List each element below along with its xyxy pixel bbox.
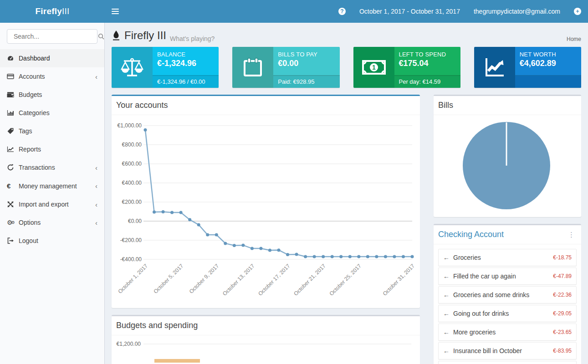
x-axis-tick: October 1, 2017 [117,263,149,295]
transaction-description[interactable]: Going out for drinks [453,310,509,317]
transaction-row[interactable]: ←Insurance bill in October€-83.95 [438,342,577,359]
transaction-description[interactable]: Groceries and some drinks [453,291,529,298]
sidebar-item-transactions[interactable]: Transactions ‹ [0,158,104,177]
transaction-description[interactable]: Filled the car up again [453,273,516,280]
chevron-left-icon: ‹ [95,164,97,171]
y-axis-tick: €1,000.00 [118,122,142,129]
chart-point[interactable] [393,255,396,258]
tag-icon [7,127,19,135]
bills-panel: Bills [434,95,581,217]
transaction-description[interactable]: Insurance bill in October [453,347,522,354]
sidebar: Dashboard Accounts ‹ Budgets Categories [0,23,105,364]
sidebar-item-label: Accounts [19,73,45,80]
chart-point[interactable] [268,249,271,252]
chart-point[interactable] [251,247,254,250]
tasks-icon [7,91,19,98]
transaction-row[interactable]: ←Going out for drinks€-29.05 [438,305,577,322]
sidebar-item-options[interactable]: ⚙⚙ Options ‹ [0,213,104,232]
chart-point[interactable] [411,255,414,258]
chart-point[interactable] [162,210,165,213]
sidebar-item-categories[interactable]: Categories [0,104,104,122]
withdrawal-arrow-icon: ← [443,347,450,354]
sidebar-menu: Dashboard Accounts ‹ Budgets Categories [0,49,104,250]
sidebar-item-reports[interactable]: Reports [0,140,104,158]
budgets-panel: Budgets and spending €1,200.00 [112,315,420,364]
sidebar-item-tags[interactable]: Tags [0,122,104,140]
sidebar-item-label: Reports [19,146,41,153]
chart-point[interactable] [313,255,316,258]
chart-point[interactable] [224,242,227,245]
chart-point[interactable] [366,255,369,258]
rotate-icon [7,164,19,171]
chart-point[interactable] [384,255,387,258]
withdrawal-arrow-icon: ← [443,291,450,298]
transaction-amount: €-22.36 [553,292,572,298]
sidebar-item-dashboard[interactable]: Dashboard [0,49,104,67]
sidebar-item-logout[interactable]: Logout [0,232,104,250]
chart-point[interactable] [295,253,298,256]
x-axis-tick: October 31, 2017 [382,263,414,297]
transaction-row[interactable]: ←Filled the car up again€-47.89 [438,268,577,285]
chart-point[interactable] [233,244,236,247]
breadcrumb-home[interactable]: Home [567,36,581,42]
info-box-footer: €-1,324.96 / €0.00 [153,76,219,88]
new-transaction-button[interactable]: + [567,0,588,23]
chart-point[interactable] [339,255,343,258]
sidebar-item-import-export[interactable]: Import and export ‹ [0,195,104,213]
brand-logo[interactable]: FireflyIII [0,0,105,23]
transaction-amount: €-29.05 [553,310,572,317]
transaction-row[interactable]: ←More groceries€-23.65 [438,324,577,341]
sidebar-item-label: Transactions [19,164,55,171]
transaction-row[interactable]: ←Groceries and some drinks€-22.36 [438,286,577,303]
gears-icon: ⚙⚙ [7,219,19,226]
chart-point[interactable] [331,255,334,258]
transaction-description[interactable]: More groceries [453,329,496,336]
chart-point[interactable] [153,211,156,214]
transaction-amount: €-83.95 [553,348,572,354]
chart-point[interactable] [304,255,307,258]
transaction-description[interactable]: Groceries [453,254,481,261]
chart-point[interactable] [170,211,174,214]
question-circle-icon: ? [338,8,346,15]
search-input[interactable] [13,32,97,40]
info-box-label: NET WORTH [520,51,577,58]
credit-card-icon [7,73,19,80]
transaction-row[interactable]: ←Groceries€-18.75 [438,249,577,266]
ellipsis-v-icon[interactable]: ⋮ [566,231,577,239]
chart-point[interactable] [197,223,200,226]
chart-point[interactable] [144,128,147,131]
withdrawal-arrow-icon: ← [443,273,450,280]
info-box-label: BALANCE [157,51,214,58]
chart-point[interactable] [348,255,352,258]
x-axis-tick: October 5, 2017 [152,263,184,295]
sidebar-item-budgets[interactable]: Budgets [0,86,104,104]
info-box-value: €4,602.89 [520,59,577,68]
search-icon [98,33,104,40]
gauge-icon [7,55,19,62]
info-box-net-worth: NET WORTH €4,602.89 [474,47,581,88]
search-button[interactable] [97,32,105,40]
date-range-button[interactable]: October 1, 2017 - October 31, 2017 [353,0,467,23]
chart-point[interactable] [322,255,325,258]
sidebar-item-money-management[interactable]: € Money management ‹ [0,177,104,195]
chart-point[interactable] [286,253,289,256]
panel-title-checking-account[interactable]: Checking Account [438,230,504,239]
chart-point[interactable] [179,211,183,214]
chart-point[interactable] [402,255,405,258]
user-email-menu[interactable]: thegrumpydictator@gmail.com [467,0,567,23]
budget-bar[interactable] [154,359,200,363]
chart-point[interactable] [206,233,209,237]
chart-point[interactable] [357,255,360,258]
sidebar-toggle-button[interactable] [105,0,126,23]
chart-point[interactable] [259,247,262,250]
x-axis-tick: October 9, 2017 [188,263,220,295]
sidebar-item-label: Dashboard [19,55,50,62]
help-button[interactable]: ? [332,0,353,23]
chart-point[interactable] [215,233,218,237]
chart-point[interactable] [375,255,378,258]
chart-point[interactable] [277,248,281,252]
chart-point[interactable] [241,243,245,247]
sidebar-item-accounts[interactable]: Accounts ‹ [0,67,104,86]
chart-point[interactable] [188,218,191,221]
transaction-amount: €-47.89 [553,273,572,279]
